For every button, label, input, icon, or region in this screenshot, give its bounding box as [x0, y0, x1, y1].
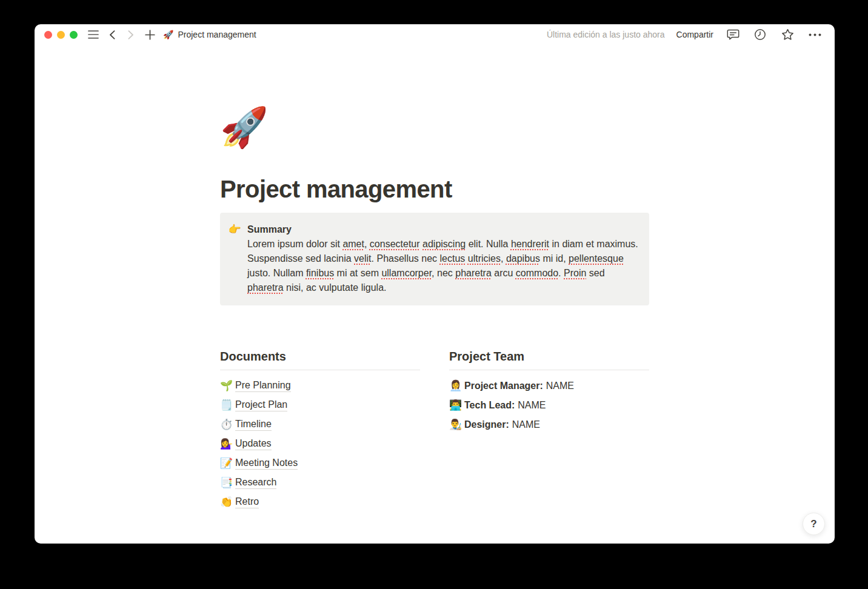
back-button[interactable] [104, 27, 120, 42]
breadcrumb-page-emoji: 🚀 [163, 30, 173, 39]
document-emoji-icon: 📝 [220, 458, 235, 470]
member-text: Project Manager:NAME [464, 381, 574, 391]
misspelled-word: commodo [516, 268, 558, 278]
nav-controls [85, 27, 158, 42]
misspelled-word: dapibus [506, 253, 540, 264]
page-rocket-icon[interactable]: 🚀 [220, 103, 269, 151]
misspelled-word: consectetur [370, 239, 420, 249]
document-page-link[interactable]: Project Plan [235, 399, 287, 411]
team-list-item: 👨‍💻 Tech Lead:NAME [449, 396, 649, 415]
breadcrumb-page-title: Project management [178, 30, 256, 39]
share-button[interactable]: Compartir [676, 30, 713, 39]
window-controls [44, 31, 78, 39]
clock-icon [754, 28, 766, 41]
forward-button[interactable] [123, 27, 139, 42]
misspelled-word: lectus [440, 253, 466, 264]
comments-button[interactable] [725, 27, 741, 42]
chevron-right-icon [128, 30, 134, 39]
team-list: 👩‍💼 Project Manager:NAME 👨‍💻 Tech Lead:N… [449, 376, 649, 434]
member-emoji-icon: 👩‍💼 [449, 380, 464, 392]
callout-text: Lorem ipsum dolor sit amet, consectetur … [247, 237, 639, 295]
breadcrumb[interactable]: 🚀 Project management [163, 30, 256, 39]
team-heading: Project Team [449, 349, 649, 370]
new-tab-button[interactable] [142, 27, 158, 42]
star-icon [781, 28, 794, 41]
document-list-item: 📑 Research [220, 473, 420, 493]
member-role-label: Tech Lead: [464, 400, 515, 410]
help-button[interactable]: ? [803, 513, 825, 535]
close-window-button[interactable] [44, 31, 52, 39]
document-list-item: 🌱 Pre Planning [220, 376, 420, 396]
ellipsis-icon [809, 33, 821, 36]
text-segment: arcu [492, 268, 516, 278]
misspelled-word: ullamcorper [381, 268, 432, 278]
plus-icon [145, 30, 155, 40]
misspelled-word: Proin [564, 268, 586, 278]
misspelled-word: pellentesque [569, 253, 624, 264]
document-list-item: 👏 Retro [220, 493, 420, 512]
team-section: Project Team 👩‍💼 Project Manager:NAME 👨‍… [449, 349, 649, 512]
sidebar-menu-icon[interactable] [85, 27, 101, 42]
documents-heading: Documents [220, 349, 420, 370]
document-page-link[interactable]: Timeline [235, 419, 272, 431]
member-name: NAME [546, 381, 574, 391]
member-emoji-icon: 👨‍💻 [449, 399, 464, 411]
titlebar: 🚀 Project management Última edición a la… [35, 24, 835, 45]
text-segment: elit. Nulla [466, 239, 511, 249]
favorite-button[interactable] [780, 27, 795, 42]
zoom-window-button[interactable] [70, 31, 78, 39]
document-emoji-icon: ⏱️ [220, 419, 235, 431]
document-page-link[interactable]: Research [235, 477, 276, 489]
misspelled-word: finibus [306, 268, 334, 278]
misspelled-word: hendrerit [511, 239, 549, 249]
member-name: NAME [518, 400, 546, 410]
member-name: NAME [512, 419, 540, 430]
document-list-item: 💁‍♀️ Updates [220, 434, 420, 454]
misspelled-word: ultricies [468, 253, 501, 264]
page-title[interactable]: Project management [220, 175, 649, 204]
document-page-link[interactable]: Retro [235, 496, 259, 508]
more-options-button[interactable] [807, 27, 823, 42]
minimize-window-button[interactable] [57, 31, 65, 39]
summary-callout: 👉 Summary Lorem ipsum dolor sit amet, co… [220, 213, 649, 305]
misspelled-word: velit [354, 253, 371, 264]
text-segment: , [501, 253, 506, 264]
callout-body: Summary Lorem ipsum dolor sit amet, cons… [247, 222, 639, 295]
document-page-link[interactable]: Pre Planning [235, 380, 291, 392]
misspelled-word: pharetra [455, 268, 492, 278]
misspelled-word: adipiscing [422, 239, 466, 249]
text-segment: justo. Nullam [247, 268, 306, 278]
document-list-item: ⏱️ Timeline [220, 415, 420, 434]
text-segment: . [558, 268, 564, 278]
misspelled-word: pharetra [247, 282, 284, 293]
text-segment: . Phasellus nec [372, 253, 440, 264]
text-segment: sed [586, 268, 604, 278]
pointing-finger-icon: 👉 [228, 222, 241, 295]
callout-heading: Summary [247, 222, 639, 237]
member-text: Tech Lead:NAME [464, 400, 546, 411]
chevron-left-icon [109, 30, 115, 39]
document-emoji-icon: 📑 [220, 477, 235, 489]
document-page-link[interactable]: Updates [235, 438, 272, 450]
misspelled-word: amet [342, 239, 364, 249]
document-page-link[interactable]: Meeting Notes [235, 458, 298, 470]
history-button[interactable] [752, 27, 768, 42]
notion-window: 🚀 Project management Última edición a la… [35, 24, 835, 544]
team-list-item: 👩‍💼 Project Manager:NAME [449, 376, 649, 396]
document-emoji-icon: 👏 [220, 496, 235, 508]
documents-list: 🌱 Pre Planning 🗒️ Project Plan ⏱️ Timeli… [220, 376, 420, 512]
document-list-item: 📝 Meeting Notes [220, 454, 420, 473]
text-segment: mi at sem [334, 268, 381, 278]
comment-bubble-icon [727, 29, 739, 41]
text-segment: , nec [432, 268, 455, 278]
member-emoji-icon: 👨‍🎨 [449, 419, 464, 431]
member-role-label: Project Manager: [464, 381, 543, 391]
text-segment: mi id, [540, 253, 569, 264]
text-segment: nisi, ac vulputate ligula. [284, 282, 387, 293]
text-segment: Lorem ipsum dolor sit [247, 239, 342, 249]
document-emoji-icon: 🗒️ [220, 399, 235, 411]
document-list-item: 🗒️ Project Plan [220, 396, 420, 415]
member-text: Designer:NAME [464, 419, 540, 430]
team-list-item: 👨‍🎨 Designer:NAME [449, 415, 649, 434]
document-emoji-icon: 💁‍♀️ [220, 438, 235, 450]
